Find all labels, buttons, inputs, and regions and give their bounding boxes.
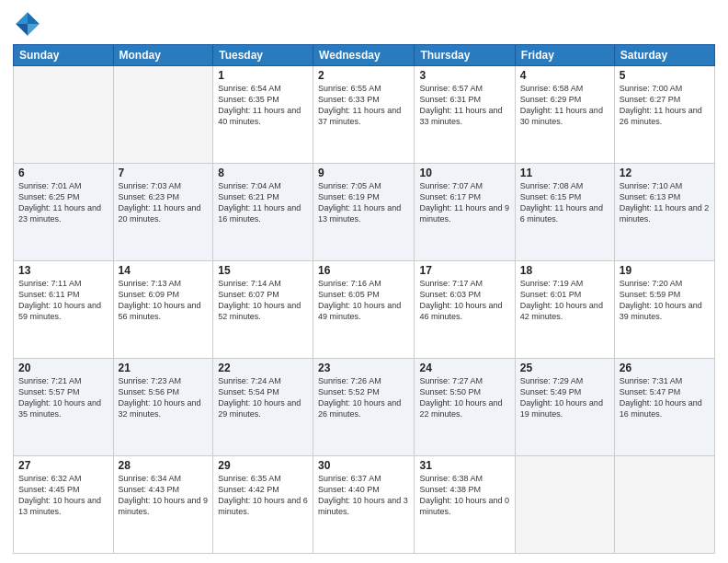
day-number: 20 [18,362,108,374]
calendar-week-row: 13Sunrise: 7:11 AM Sunset: 6:11 PM Dayli… [14,261,715,359]
calendar-week-row: 20Sunrise: 7:21 AM Sunset: 5:57 PM Dayli… [14,359,715,456]
day-number: 7 [119,167,209,179]
table-row: 20Sunrise: 7:21 AM Sunset: 5:57 PM Dayli… [14,359,114,456]
day-number: 19 [620,264,710,277]
day-info: Sunrise: 7:14 AM Sunset: 6:07 PM Dayligh… [218,278,308,323]
day-info: Sunrise: 7:00 AM Sunset: 6:27 PM Dayligh… [620,83,710,128]
day-info: Sunrise: 7:13 AM Sunset: 6:09 PM Dayligh… [119,278,209,323]
table-row: 29Sunrise: 6:35 AM Sunset: 4:42 PM Dayli… [213,456,313,554]
day-number: 17 [419,264,509,277]
table-row: 28Sunrise: 6:34 AM Sunset: 4:43 PM Dayli… [113,456,213,554]
table-row [515,456,614,554]
col-sunday: Sunday [14,45,114,66]
day-number: 26 [620,362,710,374]
svg-marker-0 [28,12,40,24]
day-number: 29 [218,459,308,472]
table-row: 24Sunrise: 7:27 AM Sunset: 5:50 PM Dayli… [415,359,515,456]
day-number: 3 [419,69,509,82]
day-number: 1 [218,69,308,82]
table-row: 6Sunrise: 7:01 AM Sunset: 6:25 PM Daylig… [14,164,114,261]
col-wednesday: Wednesday [313,45,415,66]
table-row: 4Sunrise: 6:58 AM Sunset: 6:29 PM Daylig… [515,66,614,164]
day-info: Sunrise: 6:38 AM Sunset: 4:38 PM Dayligh… [419,473,509,518]
table-row: 16Sunrise: 7:16 AM Sunset: 6:05 PM Dayli… [313,261,415,359]
table-row: 18Sunrise: 7:19 AM Sunset: 6:01 PM Dayli… [515,261,614,359]
col-friday: Friday [515,45,614,66]
day-info: Sunrise: 7:05 AM Sunset: 6:19 PM Dayligh… [318,180,409,225]
day-number: 9 [318,167,409,179]
logo [13,9,44,39]
day-number: 27 [18,459,108,472]
day-info: Sunrise: 7:01 AM Sunset: 6:25 PM Dayligh… [18,180,108,225]
day-info: Sunrise: 7:04 AM Sunset: 6:21 PM Dayligh… [218,180,308,225]
table-row: 9Sunrise: 7:05 AM Sunset: 6:19 PM Daylig… [313,164,415,261]
table-row: 15Sunrise: 7:14 AM Sunset: 6:07 PM Dayli… [213,261,313,359]
day-number: 5 [620,69,710,82]
calendar-table: Sunday Monday Tuesday Wednesday Thursday… [13,44,715,554]
table-row: 21Sunrise: 7:23 AM Sunset: 5:56 PM Dayli… [113,359,213,456]
day-info: Sunrise: 6:37 AM Sunset: 4:40 PM Dayligh… [318,473,409,518]
day-info: Sunrise: 7:26 AM Sunset: 5:52 PM Dayligh… [318,375,409,420]
col-saturday: Saturday [614,45,714,66]
header [13,9,715,39]
calendar-header-row: Sunday Monday Tuesday Wednesday Thursday… [14,45,715,66]
day-info: Sunrise: 7:21 AM Sunset: 5:57 PM Dayligh… [18,375,108,420]
svg-marker-1 [28,24,40,36]
table-row: 31Sunrise: 6:38 AM Sunset: 4:38 PM Dayli… [415,456,515,554]
table-row [614,456,714,554]
table-row: 8Sunrise: 7:04 AM Sunset: 6:21 PM Daylig… [213,164,313,261]
day-number: 12 [620,167,710,179]
day-number: 25 [520,362,609,374]
day-number: 18 [520,264,609,277]
day-info: Sunrise: 7:23 AM Sunset: 5:56 PM Dayligh… [119,375,209,420]
day-info: Sunrise: 7:31 AM Sunset: 5:47 PM Dayligh… [620,375,710,420]
day-number: 15 [218,264,308,277]
day-info: Sunrise: 7:19 AM Sunset: 6:01 PM Dayligh… [520,278,609,323]
table-row: 17Sunrise: 7:17 AM Sunset: 6:03 PM Dayli… [415,261,515,359]
table-row [113,66,213,164]
day-number: 30 [318,459,409,472]
col-tuesday: Tuesday [213,45,313,66]
day-number: 23 [318,362,409,374]
day-number: 24 [419,362,509,374]
day-info: Sunrise: 6:54 AM Sunset: 6:35 PM Dayligh… [218,83,308,128]
svg-marker-3 [16,24,28,36]
col-thursday: Thursday [415,45,515,66]
day-number: 22 [218,362,308,374]
day-info: Sunrise: 7:10 AM Sunset: 6:13 PM Dayligh… [620,180,710,225]
table-row: 11Sunrise: 7:08 AM Sunset: 6:15 PM Dayli… [515,164,614,261]
day-number: 28 [119,459,209,472]
day-info: Sunrise: 6:35 AM Sunset: 4:42 PM Dayligh… [218,473,308,518]
table-row: 2Sunrise: 6:55 AM Sunset: 6:33 PM Daylig… [313,66,415,164]
logo-icon [13,9,42,39]
table-row: 30Sunrise: 6:37 AM Sunset: 4:40 PM Dayli… [313,456,415,554]
day-info: Sunrise: 7:27 AM Sunset: 5:50 PM Dayligh… [419,375,509,420]
day-info: Sunrise: 6:34 AM Sunset: 4:43 PM Dayligh… [119,473,209,518]
day-info: Sunrise: 7:08 AM Sunset: 6:15 PM Dayligh… [520,180,609,225]
table-row: 1Sunrise: 6:54 AM Sunset: 6:35 PM Daylig… [213,66,313,164]
day-info: Sunrise: 6:58 AM Sunset: 6:29 PM Dayligh… [520,83,609,128]
col-monday: Monday [113,45,213,66]
day-number: 10 [419,167,509,179]
day-number: 6 [18,167,108,179]
table-row: 13Sunrise: 7:11 AM Sunset: 6:11 PM Dayli… [14,261,114,359]
day-number: 4 [520,69,609,82]
day-info: Sunrise: 6:32 AM Sunset: 4:45 PM Dayligh… [18,473,108,518]
day-info: Sunrise: 7:20 AM Sunset: 5:59 PM Dayligh… [620,278,710,323]
table-row: 12Sunrise: 7:10 AM Sunset: 6:13 PM Dayli… [614,164,714,261]
svg-marker-2 [16,12,28,24]
day-number: 16 [318,264,409,277]
day-info: Sunrise: 7:07 AM Sunset: 6:17 PM Dayligh… [419,180,509,225]
day-number: 2 [318,69,409,82]
calendar-week-row: 1Sunrise: 6:54 AM Sunset: 6:35 PM Daylig… [14,66,715,164]
day-number: 11 [520,167,609,179]
calendar-week-row: 6Sunrise: 7:01 AM Sunset: 6:25 PM Daylig… [14,164,715,261]
table-row [14,66,114,164]
day-info: Sunrise: 7:17 AM Sunset: 6:03 PM Dayligh… [419,278,509,323]
table-row: 22Sunrise: 7:24 AM Sunset: 5:54 PM Dayli… [213,359,313,456]
day-info: Sunrise: 7:24 AM Sunset: 5:54 PM Dayligh… [218,375,308,420]
day-info: Sunrise: 7:16 AM Sunset: 6:05 PM Dayligh… [318,278,409,323]
calendar-week-row: 27Sunrise: 6:32 AM Sunset: 4:45 PM Dayli… [14,456,715,554]
table-row: 23Sunrise: 7:26 AM Sunset: 5:52 PM Dayli… [313,359,415,456]
day-info: Sunrise: 7:29 AM Sunset: 5:49 PM Dayligh… [520,375,609,420]
